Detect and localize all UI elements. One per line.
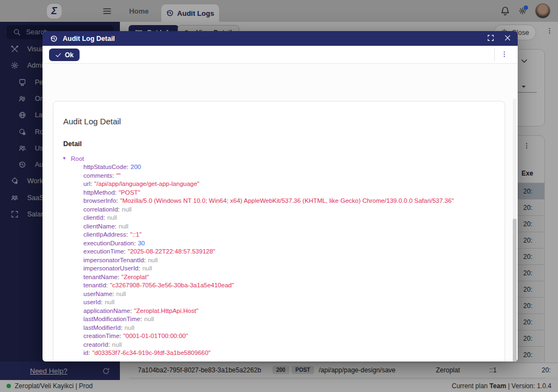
tree-row-httpMethod: httpMethod:"POST" [62,188,496,197]
tree-row-applicationName: applicationName:"Zeroplat.HttpApi.Host" [62,306,496,315]
card-title: Audit Log Detail [63,117,496,126]
scrollbar[interactable] [513,99,517,361]
tree-row-httpStatusCode: httpStatusCode:200 [62,163,496,172]
detail-card: Audit Log Detail Detail ▼RoothttpStatusC… [53,101,505,361]
check-icon [55,52,62,58]
tree-row-clientId: clientId:null [62,214,496,222]
tree-row-userId: userId:null [62,298,496,307]
tree-row-browserInfo: browserInfo:"Mozilla/5.0 (Windows NT 10.… [62,197,496,206]
ok-button[interactable]: Ok [49,49,80,61]
modal-kebab-menu-icon[interactable] [501,51,508,58]
modal-title: Audit Log Detail [63,35,115,43]
detail-json-tree: ▼RoothttpStatusCode:200comments:""url:"/… [62,154,496,357]
scrollbar-thumb[interactable] [513,219,517,361]
tree-row-lastModifierId: lastModifierId:null [62,323,496,332]
history-icon [50,35,58,43]
tree-row-creatorId: creatorId:null [62,340,496,349]
tree-row-clientName: clientName:null [62,222,496,231]
tree-collapse-arrow[interactable]: ▼ [62,156,71,161]
tree-row-tenantId: tenantId:"c3267908-7056-3e56-30ba-3a1a5e… [62,281,496,290]
audit-log-detail-modal: Audit Log Detail Ok Audit Log Detail Det… [43,31,518,361]
tree-row-lastModificationTime: lastModificationTime:null [62,315,496,324]
tree-row-executionDuration: executionDuration:30 [62,239,496,248]
tree-row-tenantName: tenantName:"Zeroplat" [62,273,496,281]
tree-row-clientIpAddress: clientIpAddress:"::1" [62,231,496,239]
close-icon[interactable] [504,34,511,41]
fullscreen-icon[interactable] [487,34,494,41]
detail-section-label: Detail [63,140,496,148]
tree-row-impersonatorUserId: impersonatorUserId:null [62,264,496,273]
modal-toolbar: Ok [43,46,518,64]
modal-header: Audit Log Detail [43,31,518,46]
tree-row-comments: comments:"" [62,171,496,180]
tree-row-executionTime: executionTime:"2025-08-22T22:48:57.53912… [62,248,496,256]
tree-row-creationTime: creationTime:"0001-01-01T00:00:00" [62,332,496,341]
ok-label: Ok [65,51,74,59]
tree-row-id: id:"d03353f7-6c34-919c-9fdf-3a1be5809660… [62,349,496,358]
divider [494,48,495,62]
modal-body: Audit Log Detail Detail ▼RoothttpStatusC… [43,64,518,361]
tree-row-Root[interactable]: ▼Root [62,154,496,163]
tree-row-impersonatorTenantId: impersonatorTenantId:null [62,256,496,264]
tree-row-userName: userName:null [62,290,496,298]
tree-row-correlationId: correlationId:null [62,205,496,214]
tree-row-url: url:"/api/app/language/get-app-language" [62,180,496,189]
